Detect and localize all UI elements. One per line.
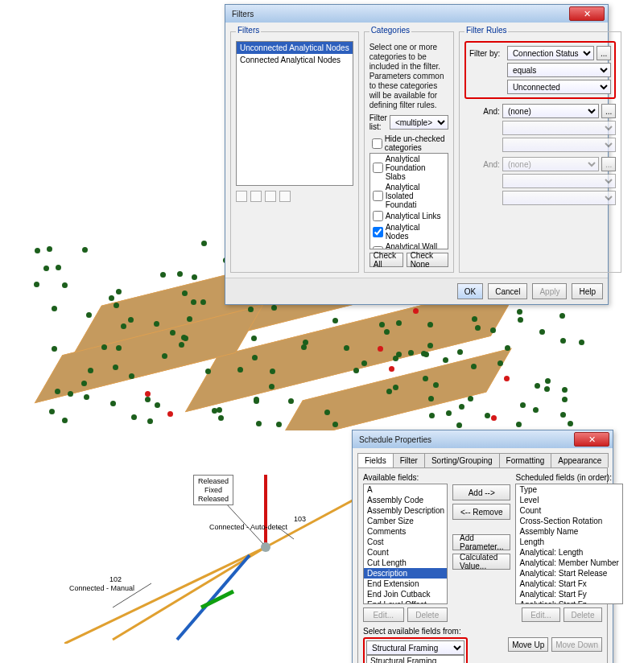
filter-value-select[interactable]: Unconnected — [507, 80, 611, 94]
select-from-dropdown[interactable]: Structural Framing — [366, 640, 464, 655]
and-val-1[interactable] — [502, 138, 616, 152]
and-label-1: And: — [464, 107, 500, 116]
and-more-2: ... — [601, 157, 616, 171]
tab-formatting[interactable]: Formatting — [499, 453, 552, 467]
and-label-2: And: — [464, 160, 500, 169]
rename-filter-icon[interactable] — [265, 191, 276, 202]
filter-by-select[interactable]: Connection Status — [507, 46, 594, 60]
delete-scheduled-button: Delete — [564, 607, 602, 622]
scheduled-fields-list[interactable]: TypeLevelCountCross-Section RotationAsse… — [515, 484, 622, 604]
schedule-properties-dialog: Schedule Properties ✕ FieldsFilterSortin… — [352, 430, 613, 663]
categories-description: Select one or more categories to be incl… — [369, 43, 448, 110]
node-103-status: Connected - Auto-detect — [209, 523, 287, 531]
hide-unchecked-checkbox[interactable]: Hide un-checked categories — [369, 134, 448, 153]
and-val-2 — [502, 191, 616, 205]
schedule-tabs: FieldsFilterSorting/GroupingFormattingAp… — [357, 453, 608, 468]
filters-dialog: Filters ✕ Filters Unconnected Analytical… — [225, 4, 609, 305]
filters-title: Filters — [232, 10, 254, 19]
select-from-options[interactable]: Structural FramingStructural MaterialAna… — [366, 655, 464, 663]
filter-list-label: Filter list: — [369, 113, 387, 131]
svg-point-6 — [261, 542, 270, 552]
categories-section-label: Categories — [369, 26, 411, 35]
add-parameter-button[interactable]: Add Parameter... — [452, 534, 510, 550]
check-none-button[interactable]: Check None — [407, 253, 448, 267]
and-select-2[interactable]: (none) — [502, 157, 599, 171]
edit-scheduled-button: Edit... — [522, 607, 560, 622]
filter-rules-section-label: Filter Rules — [464, 26, 509, 35]
ok-button[interactable]: OK — [457, 283, 483, 299]
scheduled-fields-label: Scheduled fields (in order): — [515, 473, 622, 482]
available-fields-list[interactable]: AAssembly CodeAssembly DescriptionCamber… — [363, 484, 448, 604]
filters-list[interactable]: Unconnected Analytical NodesConnected An… — [236, 41, 353, 186]
node-103-id: 103 — [294, 515, 306, 523]
move-up-button[interactable]: Move Up — [508, 637, 548, 652]
tab-fields[interactable]: Fields — [357, 453, 394, 467]
release-status-label: Released Fixed Released — [193, 475, 233, 505]
available-fields-label: Available fields: — [363, 473, 448, 482]
cancel-button[interactable]: Cancel — [488, 283, 527, 299]
check-all-button[interactable]: Check All — [369, 253, 403, 267]
select-from-highlight: Structural Framing Structural FramingStr… — [363, 637, 468, 663]
tab-filter[interactable]: Filter — [393, 453, 425, 467]
filters-titlebar: Filters ✕ — [225, 5, 608, 23]
delete-available-button: Delete — [407, 607, 448, 622]
node-102-id: 102 — [109, 575, 122, 583]
tab-appearance[interactable]: Appearance — [551, 453, 609, 467]
move-down-button: Move Down — [551, 637, 602, 652]
and-select-1[interactable]: (none) — [502, 104, 599, 118]
remove-button[interactable]: <-- Remove — [452, 504, 510, 520]
node-102-status: Connected - Manual — [69, 584, 134, 592]
schedule-titlebar: Schedule Properties ✕ — [353, 430, 613, 448]
filter-list-select[interactable]: <multiple> — [390, 115, 448, 130]
svg-line-0 — [64, 547, 266, 644]
filter-op-select[interactable]: equals — [507, 63, 611, 77]
filters-section-label: Filters — [236, 26, 261, 35]
filter-by-more-button[interactable]: ... — [597, 46, 611, 60]
copy-filter-icon[interactable] — [250, 191, 262, 202]
calculated-value-button[interactable]: Calculated Value... — [452, 554, 510, 570]
filter-by-label: Filter by: — [469, 49, 505, 58]
edit-available-button: Edit... — [363, 607, 404, 622]
apply-button: Apply — [532, 283, 567, 299]
select-from-label: Select available fields from: — [363, 627, 602, 636]
and-op-1[interactable] — [502, 121, 616, 135]
filter-rules-highlight: Filter by: Connection Status ... equals … — [464, 41, 616, 99]
svg-line-4 — [177, 555, 250, 640]
tab-sorting/grouping[interactable]: Sorting/Grouping — [424, 453, 500, 467]
member-diagram: Released Fixed Released 103 Connected - … — [64, 475, 370, 644]
and-more-1[interactable]: ... — [601, 104, 616, 118]
delete-filter-icon[interactable] — [279, 191, 291, 202]
close-icon[interactable]: ✕ — [574, 432, 609, 447]
schedule-title: Schedule Properties — [359, 435, 431, 444]
new-filter-icon[interactable] — [236, 191, 247, 202]
close-icon[interactable]: ✕ — [569, 6, 605, 21]
categories-list[interactable]: Analytical Foundation SlabsAnalytical Is… — [369, 153, 448, 249]
and-op-2 — [502, 174, 616, 188]
add-button[interactable]: Add --> — [452, 484, 510, 500]
help-button[interactable]: Help — [572, 283, 603, 299]
